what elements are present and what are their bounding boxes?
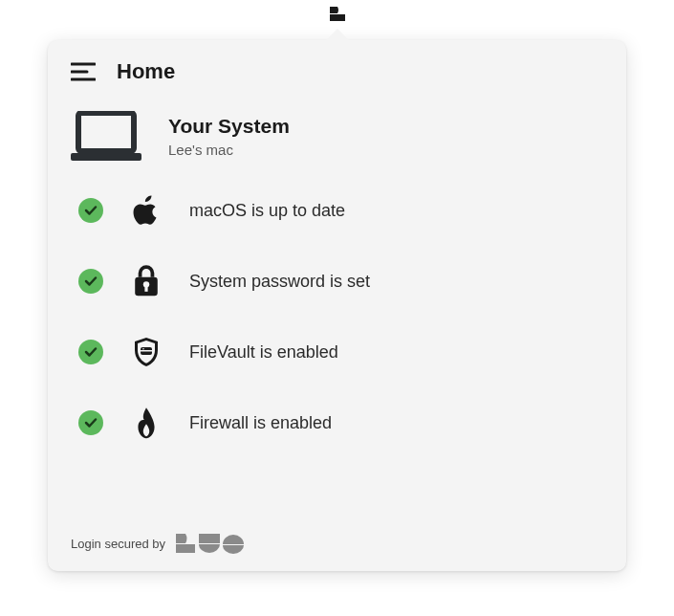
status-item: macOS is up to date (78, 195, 603, 226)
flame-icon (132, 407, 161, 438)
svg-point-10 (142, 348, 144, 350)
status-item: Firewall is enabled (78, 407, 603, 438)
check-icon (78, 269, 103, 294)
popover-caret (324, 29, 351, 42)
system-title: Your System (168, 115, 290, 138)
svg-rect-4 (71, 153, 141, 161)
status-item: FileVault is enabled (78, 337, 603, 367)
shield-icon (132, 337, 161, 367)
laptop-icon (71, 111, 141, 161)
duo-d-icon (329, 5, 346, 22)
duo-logo (175, 533, 244, 554)
page-title: Home (117, 59, 175, 84)
status-label: Firewall is enabled (189, 413, 332, 433)
svg-rect-7 (144, 285, 147, 291)
menu-icon[interactable] (71, 61, 96, 82)
check-icon (78, 410, 103, 435)
status-label: macOS is up to date (189, 201, 345, 221)
device-health-panel: Home Your System Lee's mac macOS is up t… (48, 40, 626, 571)
svg-rect-11 (176, 544, 195, 553)
lock-icon (132, 266, 161, 297)
status-label: System password is set (189, 272, 370, 292)
check-icon (78, 198, 103, 223)
svg-rect-12 (199, 534, 220, 543)
status-list: macOS is up to date System password is s… (78, 195, 603, 438)
header: Home (71, 59, 603, 84)
status-label: FileVault is enabled (189, 342, 338, 363)
system-subtitle: Lee's mac (168, 142, 290, 158)
status-item: System password is set (78, 266, 603, 297)
svg-rect-3 (78, 113, 134, 151)
footer-text: Login secured by (71, 537, 165, 551)
system-text: Your System Lee's mac (168, 115, 290, 158)
check-icon (78, 340, 103, 364)
system-info: Your System Lee's mac (71, 111, 603, 161)
apple-icon (132, 195, 161, 226)
svg-rect-9 (141, 350, 152, 352)
footer: Login secured by (71, 533, 244, 554)
